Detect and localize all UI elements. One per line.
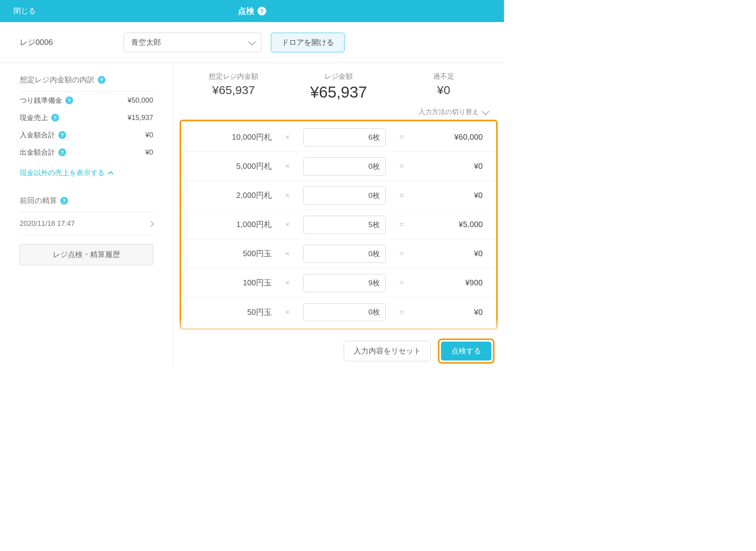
input-mode-toggle[interactable]: 入力方法の切り替え xyxy=(173,106,504,120)
denomination-name: 100円玉 xyxy=(197,277,272,288)
help-icon[interactable]: ? xyxy=(65,96,73,104)
breakdown-row: つり銭準備金?¥50,000 xyxy=(20,92,153,109)
denomination-count-input[interactable]: 0枚 xyxy=(303,157,386,176)
denomination-row: 10,000円札×6枚=¥60,000 xyxy=(181,123,496,152)
times-symbol: × xyxy=(272,278,303,287)
diff-amount-label: 過不足 xyxy=(391,72,496,81)
previous-settlement-text: 前回の精算 xyxy=(20,196,57,206)
denomination-count-input[interactable]: 9枚 xyxy=(303,274,386,292)
times-symbol: × xyxy=(272,133,303,142)
equals-symbol: = xyxy=(386,220,417,229)
help-icon[interactable]: ? xyxy=(60,197,68,205)
help-icon[interactable]: ? xyxy=(258,7,266,15)
breakdown-row-label: 現金売上? xyxy=(20,113,59,122)
help-icon[interactable]: ? xyxy=(98,76,106,84)
denomination-count-input[interactable]: 0枚 xyxy=(303,187,386,205)
chevron-right-icon xyxy=(148,221,154,226)
breakdown-row-value: ¥50,000 xyxy=(128,96,153,105)
help-icon[interactable]: ? xyxy=(51,114,59,122)
equals-symbol: = xyxy=(386,249,417,258)
denomination-name: 1,000円札 xyxy=(197,219,272,230)
equals-symbol: = xyxy=(386,162,417,171)
denomination-amount: ¥0 xyxy=(417,249,487,258)
breakdown-row: 入金額合計?¥0 xyxy=(20,126,153,144)
submit-button[interactable]: 点検する xyxy=(441,342,491,361)
page-title-text: 点検 xyxy=(238,6,254,17)
denomination-count-input[interactable]: 0枚 xyxy=(303,245,386,263)
denomination-input-area: 10,000円札×6枚=¥60,0005,000円札×0枚=¥02,000円札×… xyxy=(180,120,498,330)
denomination-count-input[interactable]: 5枚 xyxy=(303,216,386,234)
denomination-amount: ¥0 xyxy=(417,162,487,171)
breakdown-row: 出金額合計?¥0 xyxy=(20,144,153,161)
page-title: 点検 ? xyxy=(238,6,266,17)
breakdown-heading-text: 想定レジ内金額の内訳 xyxy=(20,75,94,85)
denomination-amount: ¥0 xyxy=(417,308,487,317)
staff-select-value: 青空太郎 xyxy=(131,37,161,48)
denomination-amount: ¥0 xyxy=(417,191,487,200)
summary-row: 想定レジ内金額 ¥65,937 レジ金額 ¥65,937 過不足 ¥0 xyxy=(173,72,504,106)
chevron-down-icon xyxy=(482,107,489,115)
subheader: レジ0006 青空太郎 ドロアを開ける xyxy=(0,22,504,63)
denomination-name: 50円玉 xyxy=(197,307,272,318)
history-button[interactable]: レジ点検・精算履歴 xyxy=(20,244,153,265)
register-label: レジ0006 xyxy=(20,37,114,48)
staff-select[interactable]: 青空太郎 xyxy=(124,33,261,52)
denomination-row: 500円玉×0枚=¥0 xyxy=(181,239,496,268)
submit-highlight: 点検する xyxy=(438,338,495,364)
equals-symbol: = xyxy=(386,133,417,142)
breakdown-row-value: ¥0 xyxy=(145,148,153,157)
breakdown-row-label: 出金額合計? xyxy=(20,148,66,157)
equals-symbol: = xyxy=(386,278,417,287)
breakdown-heading: 想定レジ内金額の内訳 ? xyxy=(20,75,153,92)
breakdown-row-value: ¥15,937 xyxy=(128,114,153,122)
toggle-noncash-link[interactable]: 現金以外の売上を表示する xyxy=(20,161,153,189)
open-drawer-button[interactable]: ドロアを開ける xyxy=(271,33,345,52)
breakdown-row-label: つり銭準備金? xyxy=(20,96,73,105)
diff-amount: 過不足 ¥0 xyxy=(391,72,496,101)
toggle-noncash-text: 現金以外の売上を表示する xyxy=(20,168,105,178)
breakdown-row-label: 入金額合計? xyxy=(20,130,66,140)
denomination-count-input[interactable]: 0枚 xyxy=(303,303,386,321)
equals-symbol: = xyxy=(386,191,417,200)
times-symbol: × xyxy=(272,220,303,229)
denomination-name: 10,000円札 xyxy=(197,132,272,142)
actual-amount-value: ¥65,937 xyxy=(286,83,391,101)
diff-amount-value: ¥0 xyxy=(391,83,496,97)
times-symbol: × xyxy=(272,191,303,200)
denomination-row: 50円玉×0枚=¥0 xyxy=(181,298,496,327)
help-icon[interactable]: ? xyxy=(58,148,66,156)
expected-amount-value: ¥65,937 xyxy=(181,83,286,97)
chevron-down-icon xyxy=(248,37,256,45)
denomination-row: 5,000円札×0枚=¥0 xyxy=(181,152,496,181)
denomination-row: 2,000円札×0枚=¥0 xyxy=(181,181,496,210)
previous-settlement-heading: 前回の精算 ? xyxy=(20,196,153,213)
breakdown-row-value: ¥0 xyxy=(145,131,153,139)
breakdown-row: 現金売上?¥15,937 xyxy=(20,109,153,126)
footer-bar: 入力内容をリセット 点検する xyxy=(173,334,504,367)
denomination-amount: ¥60,000 xyxy=(417,133,487,142)
previous-settlement-time: 2020/11/18 17:47 xyxy=(20,220,75,228)
expected-amount-label: 想定レジ内金額 xyxy=(181,72,286,81)
denomination-amount: ¥5,000 xyxy=(417,220,487,229)
main-panel: 想定レジ内金額 ¥65,937 レジ金額 ¥65,937 過不足 ¥0 入力方法… xyxy=(173,63,504,367)
equals-symbol: = xyxy=(386,308,417,317)
actual-amount-label: レジ金額 xyxy=(286,72,391,81)
times-symbol: × xyxy=(272,308,303,317)
denomination-name: 500円玉 xyxy=(197,248,272,259)
reset-button[interactable]: 入力内容をリセット xyxy=(344,341,431,361)
denomination-row: 1,000円札×5枚=¥5,000 xyxy=(181,210,496,239)
previous-settlement-row[interactable]: 2020/11/18 17:47 xyxy=(20,213,153,235)
help-icon[interactable]: ? xyxy=(58,131,66,139)
denomination-count-input[interactable]: 6枚 xyxy=(303,128,386,146)
input-mode-toggle-label: 入力方法の切り替え xyxy=(419,107,479,116)
sidebar: 想定レジ内金額の内訳 ? つり銭準備金?¥50,000現金売上?¥15,937入… xyxy=(0,63,173,367)
denomination-amount: ¥900 xyxy=(417,278,487,287)
denomination-row: 100円玉×9枚=¥900 xyxy=(181,268,496,298)
close-button[interactable]: 閉じる xyxy=(13,6,36,16)
denomination-name: 5,000円札 xyxy=(197,161,272,172)
app-header: 閉じる 点検 ? xyxy=(0,0,504,22)
times-symbol: × xyxy=(272,162,303,171)
chevron-up-icon xyxy=(108,171,113,177)
actual-amount: レジ金額 ¥65,937 xyxy=(286,72,391,101)
times-symbol: × xyxy=(272,249,303,258)
